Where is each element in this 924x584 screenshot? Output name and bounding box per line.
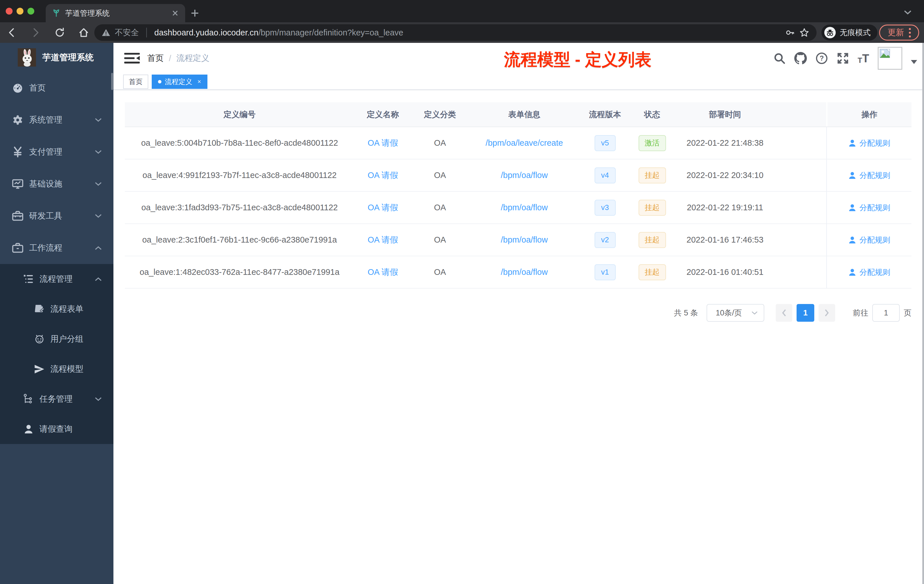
breadcrumb-current: 流程定义 xyxy=(176,53,210,64)
sidebar-item-task-mgmt[interactable]: 任务管理 xyxy=(0,384,114,414)
url-bar[interactable]: 不安全 dashboard.yudao.iocoder.cn/bpm/manag… xyxy=(94,24,817,41)
browser-toolbar: 不安全 dashboard.yudao.iocoder.cn/bpm/manag… xyxy=(0,22,924,43)
avatar-caret-icon[interactable] xyxy=(911,60,917,64)
sidebar-item-process-form[interactable]: 流程表单 xyxy=(0,294,114,324)
definition-name-link[interactable]: OA 请假 xyxy=(368,202,398,213)
incognito-badge: 无痕模式 xyxy=(822,25,878,41)
help-icon[interactable]: ? xyxy=(815,52,828,64)
breadcrumb: 首页 / 流程定义 xyxy=(147,53,210,64)
font-size-icon[interactable]: TT xyxy=(858,53,869,64)
definition-name-link[interactable]: OA 请假 xyxy=(368,234,398,246)
browser-tab[interactable]: 芋道管理系统 xyxy=(46,4,185,22)
tag-home[interactable]: 首页 xyxy=(123,74,148,89)
incognito-icon xyxy=(824,27,836,38)
sidebar-item-payment[interactable]: 支付管理 xyxy=(0,136,114,168)
current-page[interactable]: 1 xyxy=(797,304,814,322)
close-tab-icon[interactable] xyxy=(172,10,179,17)
breadcrumb-home[interactable]: 首页 xyxy=(147,53,164,64)
sidebar-item-label: 系统管理 xyxy=(29,114,89,126)
password-key-icon[interactable] xyxy=(785,28,795,38)
search-icon[interactable] xyxy=(773,52,786,64)
collapse-sidebar-icon[interactable] xyxy=(124,52,140,64)
form-link[interactable]: /bpm/oa/flow xyxy=(501,267,548,277)
monitor-icon xyxy=(12,178,24,190)
definition-name-link[interactable]: OA 请假 xyxy=(368,137,398,149)
cell-deploy-time: 2022-01-16 01:40:51 xyxy=(674,256,776,288)
new-tab-button[interactable] xyxy=(189,7,201,19)
form-link[interactable]: /bpm/oa/flow xyxy=(501,235,548,244)
sidebar-item-process-model[interactable]: 流程模型 xyxy=(0,354,114,384)
pagination-total: 共 5 条 xyxy=(674,308,698,318)
prev-page-button[interactable] xyxy=(776,304,792,322)
tab-title: 芋道管理系统 xyxy=(65,8,167,18)
cell-category: OA xyxy=(411,256,469,288)
home-icon[interactable] xyxy=(78,27,89,38)
sidebar-item-devtools[interactable]: 研发工具 xyxy=(0,200,114,232)
table-header: 定义编号 定义名称 定义分类 表单信息 流程版本 状态 部署时间 操作 xyxy=(125,102,911,127)
github-icon[interactable] xyxy=(794,52,807,64)
close-tag-icon[interactable]: × xyxy=(198,78,201,86)
sidebar-item-system[interactable]: 系统管理 xyxy=(0,104,114,136)
assign-rule-link[interactable]: 分配规则 xyxy=(848,170,890,181)
tag-process-definition[interactable]: 流程定义 × xyxy=(152,74,208,89)
table-row: oa_leave:3:1fad3d93-7b75-11ec-a3c8-acde4… xyxy=(125,192,911,224)
definition-name-link[interactable]: OA 请假 xyxy=(368,170,398,181)
assign-rule-link[interactable]: 分配规则 xyxy=(848,267,890,277)
tags-bar: 首页 流程定义 × xyxy=(114,74,924,90)
form-link[interactable]: /bpm/oa/flow xyxy=(501,203,548,212)
sidebar-item-label: 首页 xyxy=(29,82,102,94)
bookmark-star-icon[interactable] xyxy=(799,28,809,38)
table-row: oa_leave:4:991f2193-7b7f-11ec-a3c8-acde4… xyxy=(125,159,911,192)
browser-update-button[interactable]: 更新 xyxy=(879,25,919,41)
sidebar-item-process-mgmt[interactable]: 流程管理 xyxy=(0,264,114,294)
tree-list-icon xyxy=(23,274,34,285)
sidebar-item-label: 工作流程 xyxy=(29,242,89,254)
sidebar-logo-row[interactable]: 芋道管理系统 xyxy=(0,43,114,72)
definition-name-link[interactable]: OA 请假 xyxy=(368,267,398,278)
cell-definition-id: oa_leave:1:482ec033-762a-11ec-8477-a2380… xyxy=(125,256,354,288)
form-link[interactable]: /bpm/oa/flow xyxy=(501,171,548,180)
table-row: oa_leave:5:004b710b-7b8a-11ec-8ef0-acde4… xyxy=(125,127,911,159)
dashboard-icon xyxy=(12,82,24,94)
sidebar-scrollbar-thumb[interactable] xyxy=(111,73,113,90)
col-actions: 操作 xyxy=(826,102,911,127)
page-scrollbar[interactable] xyxy=(922,43,924,584)
cell-category: OA xyxy=(411,224,469,256)
back-icon[interactable] xyxy=(6,27,17,38)
col-status: 状态 xyxy=(630,102,674,127)
zoom-window-button[interactable] xyxy=(27,8,34,15)
col-process-version: 流程版本 xyxy=(580,102,630,127)
chevron-up-icon xyxy=(94,246,102,250)
page-annotation: 流程模型 - 定义列表 xyxy=(371,49,785,71)
security-label[interactable]: 不安全 xyxy=(115,27,139,38)
sidebar-item-workflow[interactable]: 工作流程 xyxy=(0,232,114,264)
forward-icon[interactable] xyxy=(30,27,41,38)
tab-search-chevron-icon[interactable] xyxy=(903,10,912,15)
screen: 芋道管理系统 不安全 dashboard.yudao.ioc xyxy=(0,0,924,584)
goto-page-input[interactable] xyxy=(872,304,900,322)
sidebar-item-home[interactable]: 首页 xyxy=(0,72,114,104)
minimize-window-button[interactable] xyxy=(16,8,23,15)
assign-rule-link[interactable]: 分配规则 xyxy=(848,235,890,245)
browser-menu-icon[interactable] xyxy=(909,28,911,38)
assign-rule-link[interactable]: 分配规则 xyxy=(848,138,890,148)
col-definition-name: 定义名称 xyxy=(354,102,411,127)
reload-icon[interactable] xyxy=(54,27,65,38)
svg-text:?: ? xyxy=(819,54,824,62)
status-badge: 挂起 xyxy=(639,200,666,216)
next-page-button[interactable] xyxy=(818,304,835,322)
sidebar-item-leave-query[interactable]: 请假查询 xyxy=(0,414,114,444)
yen-icon xyxy=(12,146,24,158)
assign-rule-link[interactable]: 分配规则 xyxy=(848,203,890,213)
url-text[interactable]: dashboard.yudao.iocoder.cn/bpm/manager/d… xyxy=(154,28,780,38)
broken-image-icon xyxy=(880,49,890,58)
avatar[interactable] xyxy=(878,47,902,70)
briefcase-icon xyxy=(12,242,24,254)
form-link[interactable]: /bpm/oa/leave/create xyxy=(486,138,563,148)
page-size-select[interactable]: 10条/页 xyxy=(706,304,764,322)
sidebar-item-user-group[interactable]: 用户分组 xyxy=(0,324,114,354)
fullscreen-icon[interactable] xyxy=(837,52,849,64)
close-window-button[interactable] xyxy=(6,8,13,15)
sidebar-item-label: 请假查询 xyxy=(40,424,102,435)
sidebar-item-infra[interactable]: 基础设施 xyxy=(0,168,114,200)
